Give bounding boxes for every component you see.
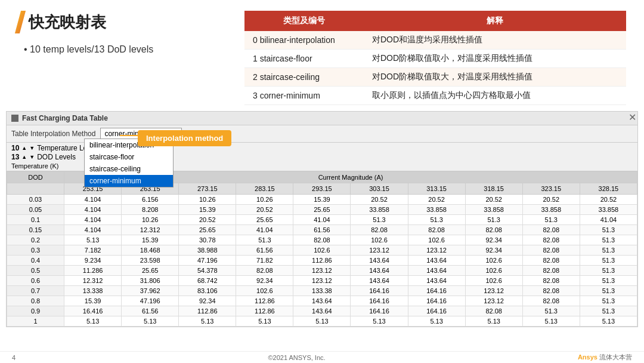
right-panel: 类型及编号 解释 0 bilinear-interpolation 对DOD和温…	[244, 11, 626, 105]
data-cell: 5.13	[293, 316, 351, 327]
data-cell: 10.26	[236, 195, 293, 205]
data-cell: 5.13	[64, 316, 122, 327]
data-cell: 102.6	[465, 266, 522, 276]
data-cell: 37.962	[122, 286, 179, 296]
data-cell: 68.742	[179, 276, 236, 286]
data-cell: 143.64	[351, 256, 408, 266]
info-desc-cell: 对DOD和温度均采用线性插值	[364, 31, 626, 50]
data-cell: 143.64	[293, 296, 351, 306]
callout-arrow	[120, 135, 138, 136]
bullet-point: • 10 temp levels/13 DoD levels	[24, 44, 221, 55]
temp-levels-up-icon[interactable]: ▲	[21, 145, 27, 151]
data-cell: 8.208	[122, 205, 179, 215]
data-cell: 51.3	[580, 256, 637, 266]
data-cell: 164.16	[351, 306, 408, 316]
data-cell: 5.13	[351, 316, 408, 327]
data-cell: 7.182	[64, 245, 122, 256]
data-grid[interactable]: DODCurrent Magnitude (A)253.15263.15273.…	[7, 171, 637, 327]
info-table-row: 3 corner-minimum 取小原则，以插值点为中心四方格取最小值	[244, 87, 626, 105]
data-cell: 5.13	[408, 316, 465, 327]
dod-cell: 0.6	[7, 276, 64, 286]
data-cell: 102.6	[293, 245, 351, 256]
info-desc-cell: 对DOD阶梯取值取小，对温度采用线性插值	[364, 50, 626, 68]
data-cell: 61.56	[122, 306, 179, 316]
data-cell: 10.26	[122, 215, 179, 225]
dod-levels-up-icon[interactable]: ▲	[21, 154, 27, 160]
data-cell: 4.104	[64, 205, 122, 215]
dod-cell: 0.15	[7, 225, 64, 235]
data-cell: 61.56	[293, 225, 351, 235]
data-cell: 164.16	[408, 286, 465, 296]
dod-cell: 0.9	[7, 306, 64, 316]
data-cell: 112.86	[293, 256, 351, 266]
data-cell: 38.988	[179, 245, 236, 256]
data-cell: 123.12	[408, 245, 465, 256]
info-type-cell: 1 staircase-floor	[244, 50, 364, 68]
data-cell: 82.08	[293, 235, 351, 245]
dod-cell: 0.1	[7, 215, 64, 225]
data-cell: 5.13	[236, 316, 293, 327]
data-cell: 31.806	[122, 276, 179, 286]
controls-row: Table Interpolation Method bilinear-inte…	[7, 125, 637, 143]
col-header-9: 323.15	[522, 183, 580, 195]
data-cell: 143.64	[408, 276, 465, 286]
data-cell: 143.64	[293, 306, 351, 316]
data-cell: 13.338	[64, 286, 122, 296]
col-header-10: 328.15	[580, 183, 637, 195]
data-cell: 5.13	[179, 316, 236, 327]
data-cell: 20.52	[522, 195, 580, 205]
data-cell: 112.86	[236, 296, 293, 306]
dod-cell: 0.8	[7, 296, 64, 306]
data-cell: 25.65	[236, 215, 293, 225]
data-cell: 51.3	[408, 215, 465, 225]
data-cell: 102.6	[351, 235, 408, 245]
data-cell: 25.65	[122, 266, 179, 276]
menu-item-floor[interactable]: staircase-floor	[85, 151, 173, 163]
grid-row: 0.054.1048.20815.3920.5225.6533.85833.85…	[7, 205, 637, 215]
data-cell: 82.08	[522, 296, 580, 306]
data-cell: 123.12	[351, 245, 408, 256]
data-cell: 16.416	[64, 306, 122, 316]
close-button[interactable]: ✕	[628, 113, 636, 122]
data-cell: 25.65	[293, 205, 351, 215]
dod-cell: 0.3	[7, 245, 64, 256]
page-title: 快充映射表	[29, 12, 106, 33]
data-cell: 102.6	[236, 286, 293, 296]
top-section: 快充映射表 • 10 temp levels/13 DoD levels 类型及…	[0, 0, 644, 111]
data-cell: 4.104	[64, 215, 122, 225]
grid-row: 0.815.3947.19692.34112.86143.64164.16164…	[7, 296, 637, 306]
col-header-8: 318.15	[465, 183, 522, 195]
data-cell: 4.104	[64, 195, 122, 205]
data-cell: 5.13	[580, 316, 637, 327]
data-cell: 51.3	[580, 245, 637, 256]
temp-levels-down-icon[interactable]: ▼	[29, 145, 35, 151]
data-cell: 33.858	[408, 205, 465, 215]
menu-item-corner[interactable]: corner-minimum	[85, 175, 173, 187]
dod-levels-down-icon[interactable]: ▼	[29, 154, 35, 160]
grid-row: 0.612.31231.80668.74292.34123.12143.6414…	[7, 276, 637, 286]
data-cell: 123.12	[465, 296, 522, 306]
dod-cell: 0.2	[7, 235, 64, 245]
data-cell: 82.08	[236, 266, 293, 276]
data-cell: 92.34	[179, 296, 236, 306]
data-cell: 51.3	[580, 306, 637, 316]
grid-row: 0.49.23423.59847.19671.82112.86143.64143…	[7, 256, 637, 266]
data-cell: 51.3	[580, 286, 637, 296]
data-cell: 112.86	[236, 306, 293, 316]
left-panel: 快充映射表 • 10 temp levels/13 DoD levels	[18, 11, 221, 105]
data-cell: 51.3	[522, 306, 580, 316]
dod-cell: 0.4	[7, 256, 64, 266]
data-cell: 12.312	[122, 225, 179, 235]
data-cell: 23.598	[122, 256, 179, 266]
data-cell: 102.6	[465, 256, 522, 266]
dod-header: DOD	[7, 172, 64, 183]
data-cell: 51.3	[236, 235, 293, 245]
data-cell: 33.858	[465, 205, 522, 215]
data-cell: 51.3	[580, 266, 637, 276]
data-cell: 133.38	[293, 286, 351, 296]
data-cell: 82.08	[351, 225, 408, 235]
data-cell: 20.52	[351, 195, 408, 205]
data-cell: 143.64	[351, 266, 408, 276]
data-cell: 82.08	[522, 245, 580, 256]
menu-item-ceiling[interactable]: staircase-ceiling	[85, 163, 173, 175]
